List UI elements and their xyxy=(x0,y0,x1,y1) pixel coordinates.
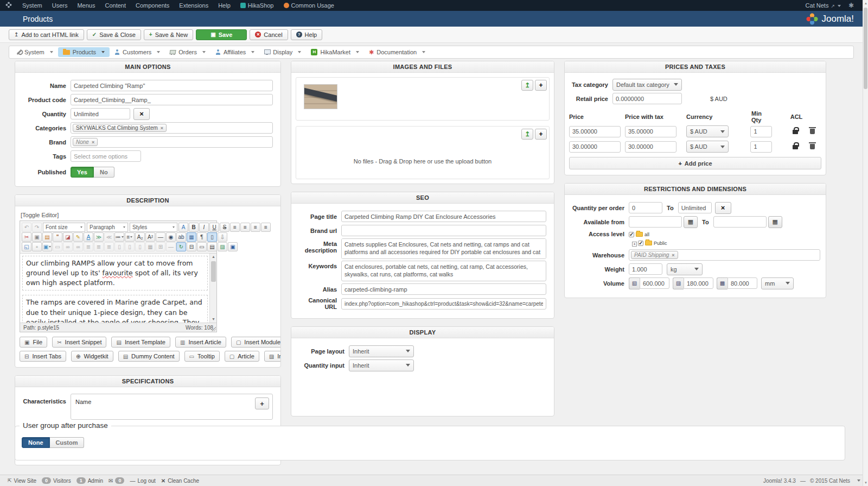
preview-icon[interactable]: ▫ xyxy=(32,242,42,251)
find-icon[interactable]: ◉ xyxy=(166,232,176,242)
eraser-icon[interactable]: ◪ xyxy=(63,232,73,242)
remove-tag-icon[interactable]: × xyxy=(161,125,163,131)
qty-clear-button[interactable]: × xyxy=(715,202,731,214)
bold-icon[interactable]: B xyxy=(189,223,199,232)
merge-cell-icon[interactable]: ▦ xyxy=(145,242,155,251)
images-dropzone[interactable]: ↥ + xyxy=(296,77,550,121)
add-image-button[interactable]: + xyxy=(535,80,547,91)
cell-icon[interactable]: ▯ xyxy=(114,242,124,251)
view-site-link[interactable]: ⇱View Site xyxy=(8,478,36,484)
keywords-textarea[interactable]: Cat enclosures, portable cat nets, cat n… xyxy=(341,261,546,281)
insert-module-button[interactable]: ▢Insert Module xyxy=(231,337,281,348)
link-icon[interactable]: ∞ xyxy=(63,242,73,251)
delete-price-button[interactable] xyxy=(803,142,821,152)
available-from-input[interactable] xyxy=(629,216,682,228)
cleanup-icon[interactable]: ✎ xyxy=(73,232,83,242)
menu-hikashop[interactable]: HikaShop xyxy=(235,0,279,11)
logout-link[interactable]: —Log out xyxy=(130,478,155,484)
widgetkit-button[interactable]: ⊕Widgetkit xyxy=(71,351,113,362)
dummy-content-button[interactable]: ▤Dummy Content xyxy=(118,351,180,362)
nav-hikamarket[interactable]: HHikaMarket xyxy=(306,47,364,57)
copy-icon[interactable]: ▣ xyxy=(32,232,42,242)
row-props-icon[interactable]: ▯ xyxy=(125,242,135,251)
nav-system[interactable]: System xyxy=(11,47,58,57)
undo-icon[interactable]: ↶ xyxy=(22,223,31,232)
insert-template-button[interactable]: ▤Insert Template xyxy=(111,337,170,348)
checkbox-public[interactable] xyxy=(638,241,643,246)
quantity-clear-button[interactable]: × xyxy=(133,108,150,120)
min-qty-input[interactable] xyxy=(750,141,772,153)
price-with-tax-input[interactable] xyxy=(625,141,676,153)
tooltip-button[interactable]: ▭Tooltip xyxy=(184,351,220,362)
quantity-input[interactable] xyxy=(71,108,130,119)
available-to-input[interactable] xyxy=(713,216,767,228)
brand-input[interactable]: None× xyxy=(71,136,273,148)
name-input[interactable] xyxy=(71,80,273,91)
remove-tag-icon[interactable]: × xyxy=(92,140,94,145)
nav-customers[interactable]: Customers xyxy=(110,47,165,57)
upload-image-button[interactable]: ↥ xyxy=(521,80,533,91)
checkbox-all[interactable] xyxy=(629,232,634,237)
insert-article-button[interactable]: ▥Insert Article xyxy=(175,337,226,348)
insert-snippet-button[interactable]: ✂Insert Snippet xyxy=(52,337,106,348)
nonbreaking-icon[interactable]: — xyxy=(166,242,176,251)
menu-common-usage[interactable]: Common Usage xyxy=(279,0,339,11)
calendar-icon[interactable]: ▦ xyxy=(684,216,698,228)
retail-price-input[interactable] xyxy=(612,93,682,104)
categories-input[interactable]: SKYWALKS Cat Climbing System× xyxy=(71,122,273,134)
caret-icon[interactable] xyxy=(857,479,860,482)
acl-lock-button[interactable] xyxy=(787,142,803,152)
article-button[interactable]: ▢Article xyxy=(225,351,259,362)
nav-documentation[interactable]: ✱Documentation xyxy=(364,47,430,57)
blockquote-icon[interactable]: " xyxy=(53,232,62,242)
strikethrough-icon[interactable]: S xyxy=(220,223,229,232)
split-cell-icon[interactable]: ▯ xyxy=(135,242,145,251)
numbered-list-icon[interactable]: ≔ xyxy=(114,232,124,242)
scroll-up-icon[interactable]: ▲ xyxy=(863,0,868,7)
save-doc-icon[interactable]: ▣ xyxy=(228,242,238,251)
upload-file-button[interactable]: ↥ xyxy=(521,129,533,140)
delete-price-button[interactable] xyxy=(803,127,821,136)
indent-icon[interactable]: ≫ xyxy=(94,232,104,242)
insert-tabs-button[interactable]: ⊟Insert Tabs xyxy=(20,351,66,362)
hr-advanced-icon[interactable]: ⊟ xyxy=(187,242,196,251)
save-new-button[interactable]: +Save & New xyxy=(144,29,193,40)
align-justify-icon[interactable]: ≡ xyxy=(261,223,271,232)
emotions-icon[interactable]: ▭ xyxy=(197,242,207,251)
page-title-input[interactable] xyxy=(341,211,546,222)
scroll-down-icon[interactable]: ▼ xyxy=(210,316,216,323)
clean-cache-link[interactable]: ✕Clean Cache xyxy=(161,478,199,484)
add-price-button[interactable]: +Add price xyxy=(569,157,821,169)
cancel-button[interactable]: ✕Cancel xyxy=(250,29,288,40)
highlight-icon[interactable]: A xyxy=(84,232,93,242)
product-image-thumbnail[interactable] xyxy=(304,84,337,109)
menu-help[interactable]: Help xyxy=(213,0,235,11)
nav-products[interactable]: Products xyxy=(58,47,110,57)
italic-icon[interactable]: I xyxy=(199,223,209,232)
min-qty-input[interactable] xyxy=(750,126,772,137)
add-file-button[interactable]: + xyxy=(535,129,547,140)
add-characteristic-button[interactable]: + xyxy=(255,397,269,409)
align-right-icon[interactable]: ≡ xyxy=(251,223,260,232)
currency-select[interactable]: $ AUD xyxy=(686,125,729,137)
weight-input[interactable] xyxy=(629,263,662,275)
scroll-up-icon[interactable]: ▲ xyxy=(210,254,216,260)
qty-min-input[interactable] xyxy=(629,202,662,213)
show-blocks-icon[interactable]: ¶ xyxy=(197,232,207,242)
align-left-icon[interactable]: ≡ xyxy=(230,223,240,232)
volume-y-input[interactable] xyxy=(684,277,713,289)
replace-icon[interactable]: ab xyxy=(176,232,186,242)
scrollbar-thumb[interactable] xyxy=(864,8,867,89)
editor-scrollbar[interactable]: ▲▼ xyxy=(209,254,216,323)
insert-media-icon[interactable]: ▭ xyxy=(53,242,62,251)
price-input[interactable] xyxy=(569,126,621,137)
outdent-icon[interactable]: ≪ xyxy=(104,232,114,242)
page-break-icon[interactable]: ▯ xyxy=(207,232,217,242)
warehouse-input[interactable]: PAID Shipping× xyxy=(629,249,820,261)
menu-menus[interactable]: Menus xyxy=(72,0,100,11)
joomla-mark-icon[interactable] xyxy=(0,2,17,9)
save-close-button[interactable]: ✓Save & Close xyxy=(87,29,141,40)
quantity-input-select[interactable]: Inherit xyxy=(349,359,414,371)
price-input[interactable] xyxy=(569,141,621,153)
scroll-down-icon[interactable]: ▼ xyxy=(863,479,868,486)
